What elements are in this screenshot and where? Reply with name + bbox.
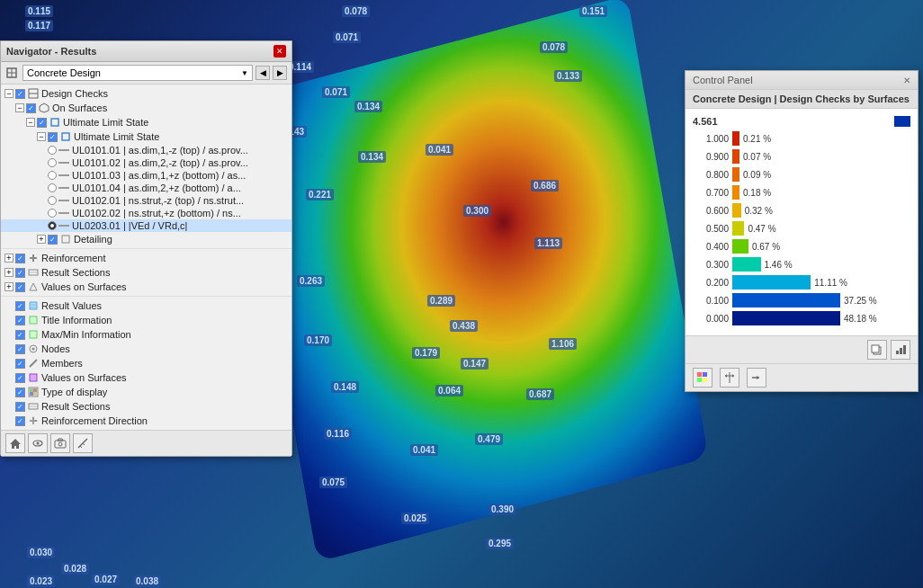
- control-panel-bottom-icons: [686, 335, 918, 363]
- viewport-number-label: 0.078: [342, 5, 370, 17]
- tree-item-members[interactable]: ✓ Members: [1, 356, 291, 370]
- radio-ul020301[interactable]: [48, 221, 57, 230]
- expand-design-checks[interactable]: −: [4, 89, 13, 98]
- viewport-number-label: 0.134: [358, 151, 386, 163]
- tree-item-ul010101[interactable]: UL0101.01 | as.dim,1,-z (top) / as.prov.…: [1, 144, 291, 156]
- title-info-icon: [27, 314, 40, 326]
- expand-values-surfaces[interactable]: +: [4, 282, 13, 291]
- expand-result-sections[interactable]: +: [4, 268, 13, 277]
- legend-row-value: 0.000: [693, 314, 729, 324]
- tree-item-title-info[interactable]: ✓ Title Information: [1, 313, 291, 327]
- design-checks-icon: [27, 87, 40, 100]
- tree-item-values-surfaces2[interactable]: ✓ Values on Surfaces: [1, 370, 291, 385]
- tree-item-ul010103[interactable]: UL0101.03 | as.dim,1,+z (bottom) / as...: [1, 169, 291, 182]
- tree-item-uls-inner[interactable]: − ✓ Ultimate Limit State: [1, 129, 291, 144]
- tree-item-ul010201[interactable]: UL0102.01 | ns.strut,-z (top) / ns.strut…: [1, 194, 291, 207]
- nav-home-button[interactable]: [5, 433, 25, 453]
- legend-area: 4.561 1.0000.21 %0.9000.07 %0.8000.09 %0…: [686, 109, 918, 335]
- checkbox-on-surfaces[interactable]: ✓: [26, 103, 36, 113]
- label-ul010104: UL0101.04 | as.dim,2,+z (bottom) / a...: [72, 183, 241, 193]
- checkbox-design-checks[interactable]: ✓: [15, 89, 25, 99]
- radio-ul010104[interactable]: [48, 183, 57, 192]
- tree-item-result-values[interactable]: ✓ Result Values: [1, 298, 291, 313]
- checkbox-result-sections2[interactable]: ✓: [15, 402, 25, 412]
- nav-tree: − ✓ Design Checks − ✓ On Surfaces − ✓ Ul…: [1, 85, 291, 430]
- radio-ul010102[interactable]: [48, 158, 57, 167]
- tree-item-result-sections[interactable]: + ✓ Result Sections: [1, 265, 291, 280]
- legend-row-value: 0.300: [693, 260, 729, 270]
- checkbox-nodes[interactable]: ✓: [15, 344, 25, 354]
- checkbox-uls-outer[interactable]: ✓: [37, 118, 47, 128]
- dash-ul010201: [58, 200, 69, 201]
- dash-ul010102: [58, 162, 69, 164]
- legend-pct-label: 0.18 %: [743, 188, 771, 198]
- tree-item-uls-outer[interactable]: − ✓ Ultimate Limit State: [1, 115, 291, 129]
- navigator-close-button[interactable]: ✕: [273, 45, 286, 58]
- cp-palette-button[interactable]: [693, 368, 712, 388]
- expand-uls-inner[interactable]: −: [37, 132, 46, 141]
- tree-item-result-sections2[interactable]: ✓ Result Sections: [1, 399, 291, 414]
- tree-item-on-surfaces[interactable]: − ✓ On Surfaces: [1, 101, 291, 115]
- nav-ruler-button[interactable]: [73, 433, 93, 453]
- expand-uls-outer[interactable]: −: [26, 118, 35, 127]
- tree-item-reinf-direction[interactable]: ✓ Reinforcement Direction: [1, 414, 291, 428]
- svg-marker-7: [40, 103, 49, 112]
- checkbox-members[interactable]: ✓: [15, 359, 25, 369]
- nav-prev-button[interactable]: ◀: [255, 66, 270, 80]
- svg-marker-59: [757, 376, 759, 379]
- radio-ul010101[interactable]: [48, 146, 57, 155]
- radio-ul010103[interactable]: [48, 171, 57, 180]
- tree-item-design-checks[interactable]: − ✓ Design Checks: [1, 86, 291, 101]
- checkbox-reinforcement[interactable]: ✓: [15, 254, 25, 263]
- tree-item-nodes[interactable]: ✓ Nodes: [1, 342, 291, 356]
- nav-dropdown[interactable]: Concrete Design ▼: [22, 65, 253, 81]
- tree-item-ul010102[interactable]: UL0101.02 | as.dim,2,-z (top) / as.prov.…: [1, 156, 291, 169]
- checkbox-values-surfaces[interactable]: ✓: [15, 282, 25, 292]
- svg-line-23: [30, 360, 37, 367]
- expand-reinforcement[interactable]: +: [4, 254, 13, 263]
- nav-next-button[interactable]: ▶: [273, 66, 287, 80]
- cp-chart-button[interactable]: [891, 340, 910, 360]
- viewport-number-label: 0.071: [322, 86, 350, 98]
- nav-camera-button[interactable]: [50, 433, 70, 453]
- checkbox-result-values[interactable]: ✓: [15, 301, 25, 311]
- members-label: Members: [41, 358, 83, 369]
- checkbox-uls-inner[interactable]: ✓: [48, 132, 58, 142]
- on-surfaces-label: On Surfaces: [52, 102, 107, 113]
- checkbox-values-surfaces2[interactable]: ✓: [15, 373, 25, 383]
- tree-item-detailing[interactable]: + ✓ Detailing: [1, 232, 291, 246]
- radio-ul010201[interactable]: [48, 196, 57, 205]
- legend-color-bar: [732, 221, 744, 236]
- viewport-number-label: 0.025: [401, 512, 429, 524]
- tree-item-ul010104[interactable]: UL0101.04 | as.dim,2,+z (bottom) / a...: [1, 182, 291, 194]
- tree-item-values-surfaces[interactable]: + ✓ Values on Surfaces: [1, 280, 291, 294]
- navigator-dropdown-bar: Concrete Design ▼ ◀ ▶: [1, 62, 291, 85]
- maxmin-info-icon: [27, 328, 40, 341]
- viewport-number-label: 0.686: [531, 180, 559, 192]
- tree-item-type-of-display[interactable]: ✓ Type of display: [1, 385, 291, 399]
- legend-color-bar: [732, 311, 840, 325]
- viewport-number-label: 1.106: [549, 338, 577, 350]
- tree-item-maxmin-info[interactable]: ✓ Max/Min Information: [1, 327, 291, 342]
- tree-item-ul010202[interactable]: UL0102.02 | ns.strut,+z (bottom) / ns...: [1, 207, 291, 219]
- cp-balance-button[interactable]: [720, 368, 739, 388]
- cp-arrow-button[interactable]: [747, 368, 766, 388]
- radio-ul010202[interactable]: [48, 209, 57, 218]
- expand-detailing[interactable]: +: [37, 235, 46, 244]
- checkbox-maxmin-info[interactable]: ✓: [15, 330, 25, 340]
- legend-pct-label: 0.47 %: [748, 224, 775, 234]
- tree-item-ul020301[interactable]: UL0203.01 | |VEd / VRd,c|: [1, 219, 291, 232]
- svg-line-43: [80, 446, 82, 448]
- checkbox-detailing[interactable]: ✓: [48, 235, 58, 245]
- control-panel-close-button[interactable]: ✕: [903, 76, 910, 85]
- checkbox-title-info[interactable]: ✓: [15, 316, 25, 325]
- on-surfaces-icon: [38, 102, 50, 114]
- checkbox-type-display[interactable]: ✓: [15, 388, 25, 397]
- expand-on-surfaces[interactable]: −: [15, 103, 24, 112]
- svg-marker-57: [732, 374, 734, 378]
- checkbox-reinf-direction[interactable]: ✓: [15, 416, 25, 426]
- checkbox-result-sections[interactable]: ✓: [15, 268, 25, 278]
- tree-item-reinforcement[interactable]: + ✓ Reinforcement: [1, 251, 291, 265]
- nav-eye-button[interactable]: [28, 433, 48, 453]
- cp-copy-button[interactable]: [867, 340, 887, 360]
